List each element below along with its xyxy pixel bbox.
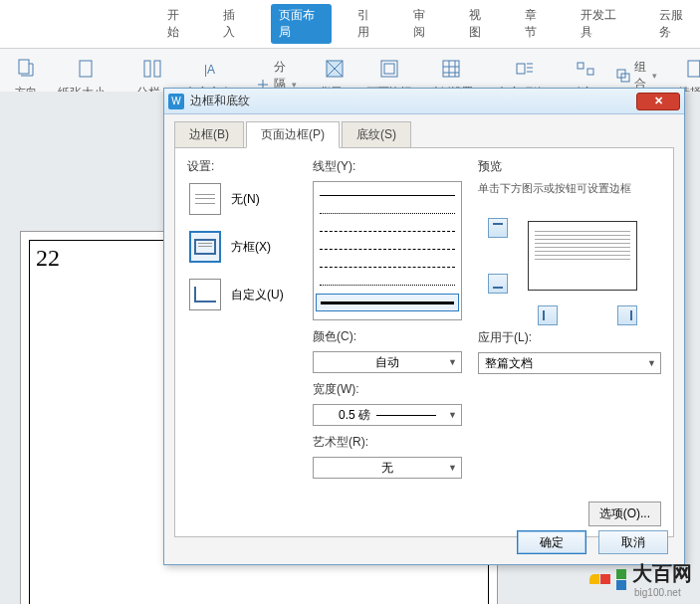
cancel-button[interactable]: 取消 xyxy=(598,530,668,554)
linestyle-list[interactable] xyxy=(313,181,462,320)
apply-label: 应用于(L): xyxy=(478,329,661,346)
dialog-title: 边框和底纹 xyxy=(190,93,636,109)
ribbon-tab-review[interactable]: 审阅 xyxy=(405,4,443,44)
setting-box[interactable]: 方框(X) xyxy=(187,229,297,265)
linestyle-label: 线型(Y): xyxy=(313,158,462,175)
border-bottom-toggle[interactable] xyxy=(488,274,508,294)
border-right-toggle[interactable] xyxy=(617,305,637,325)
ribbon-tabs: 开始 插入 页面布局 引用 审阅 视图 章节 开发工具 云服务 xyxy=(0,0,700,48)
dialog-buttons: 确定 取消 xyxy=(517,530,668,554)
ok-button[interactable]: 确定 xyxy=(517,530,586,554)
columns-icon xyxy=(138,55,166,83)
linestyle-solid[interactable] xyxy=(316,186,459,204)
dialog-tabs: 边框(B) 页面边框(P) 底纹(S) xyxy=(164,114,684,147)
options-button[interactable]: 选项(O)... xyxy=(588,502,661,526)
border-left-toggle[interactable] xyxy=(538,305,558,325)
text-wrap-icon xyxy=(511,55,539,83)
svg-rect-11 xyxy=(443,61,459,77)
art-label: 艺术型(R): xyxy=(313,434,462,451)
box-icon xyxy=(189,231,221,263)
svg-text:|A: |A xyxy=(204,63,215,77)
ribbon-tab-reference[interactable]: 引用 xyxy=(350,4,387,44)
watermark-logo-icon xyxy=(589,574,610,584)
art-select[interactable]: 无 xyxy=(313,457,462,479)
svg-rect-9 xyxy=(381,61,397,77)
preview-thumbnail[interactable] xyxy=(528,221,637,291)
watermark-brand: 大百网 xyxy=(632,560,692,587)
ribbon-tab-insert[interactable]: 插入 xyxy=(215,4,253,44)
custom-icon xyxy=(189,279,221,310)
linestyle-thick[interactable] xyxy=(316,294,459,311)
dialog-body: 设置: 无(N) 方框(X) 自定义(U) 线型(Y): xyxy=(174,147,674,537)
svg-rect-24 xyxy=(688,61,700,77)
page-number: 22 xyxy=(36,245,60,272)
svg-rect-21 xyxy=(587,69,593,75)
tab-border[interactable]: 边框(B) xyxy=(174,121,244,148)
ribbon-tab-devtools[interactable]: 开发工具 xyxy=(573,4,632,44)
dialog-titlebar[interactable]: W 边框和底纹 ✕ xyxy=(164,89,684,114)
color-select[interactable]: 自动 xyxy=(313,351,462,373)
svg-rect-1 xyxy=(80,61,92,77)
close-button[interactable]: ✕ xyxy=(636,93,680,110)
tab-shading[interactable]: 底纹(S) xyxy=(342,121,411,148)
preview-box xyxy=(478,206,657,325)
watermark-logo-icon2 xyxy=(616,569,626,590)
linestyle-dash-m[interactable] xyxy=(316,240,459,258)
paper-size-icon xyxy=(72,55,100,83)
setting-custom[interactable]: 自定义(U) xyxy=(187,277,297,312)
width-label: 宽度(W): xyxy=(313,381,462,398)
app-icon: W xyxy=(168,94,184,109)
linestyle-dash-s[interactable] xyxy=(316,222,459,240)
tab-page-border[interactable]: 页面边框(P) xyxy=(246,121,340,148)
svg-rect-2 xyxy=(144,61,150,77)
ribbon-tab-start[interactable]: 开始 xyxy=(159,4,197,44)
preview-label: 预览 xyxy=(478,158,661,175)
selection-pane-icon xyxy=(682,55,701,83)
preview-hint: 单击下方图示或按钮可设置边框 xyxy=(478,181,661,196)
orientation-icon xyxy=(12,55,40,83)
text-direction-icon: |A xyxy=(199,55,227,83)
svg-rect-16 xyxy=(517,64,525,74)
background-icon xyxy=(321,55,349,83)
svg-rect-3 xyxy=(154,61,160,77)
svg-rect-0 xyxy=(19,60,29,74)
ribbon-tab-page-layout[interactable]: 页面布局 xyxy=(271,4,331,44)
border-top-toggle[interactable] xyxy=(488,218,508,238)
svg-rect-20 xyxy=(578,63,583,69)
watermark: 大百网 big100.net xyxy=(589,560,692,598)
none-icon xyxy=(189,183,221,215)
linestyle-dashdotdot[interactable] xyxy=(316,276,459,294)
svg-rect-10 xyxy=(384,64,394,74)
page-border-icon xyxy=(375,55,403,83)
ribbon-tab-cloud[interactable]: 云服务 xyxy=(651,4,700,44)
width-select[interactable]: 0.5 磅 xyxy=(313,404,462,426)
border-shading-dialog: W 边框和底纹 ✕ 边框(B) 页面边框(P) 底纹(S) 设置: 无(N) 方… xyxy=(163,88,685,565)
color-label: 颜色(C): xyxy=(313,328,462,345)
settings-label: 设置: xyxy=(187,158,297,175)
linestyle-dashdot[interactable] xyxy=(316,258,459,276)
watermark-url: big100.net xyxy=(634,587,692,598)
ribbon-tab-view[interactable]: 视图 xyxy=(461,4,499,44)
manuscript-icon xyxy=(437,55,465,83)
ribbon-tab-chapter[interactable]: 章节 xyxy=(517,4,555,44)
setting-none[interactable]: 无(N) xyxy=(187,181,297,217)
align-icon xyxy=(572,55,599,83)
apply-select[interactable]: 整篇文档 xyxy=(478,352,661,374)
linestyle-dotted[interactable] xyxy=(316,204,459,222)
